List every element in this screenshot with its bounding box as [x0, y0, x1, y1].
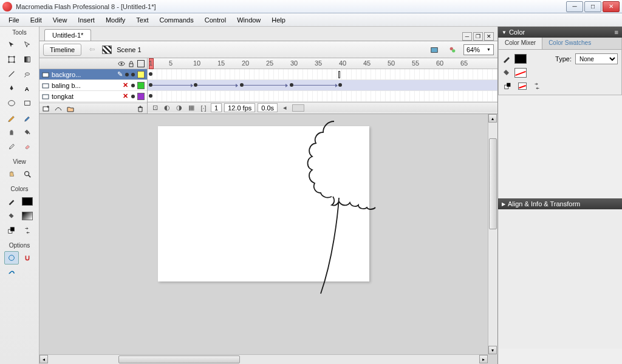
frame-row-baling[interactable] — [148, 80, 497, 91]
zoom-tool[interactable] — [20, 167, 35, 181]
fill-type-select[interactable]: None — [575, 53, 618, 64]
paint-bucket-tool[interactable] — [20, 126, 35, 139]
menu-file[interactable]: File — [4, 15, 24, 25]
modify-onion-button[interactable]: [·] — [199, 104, 208, 112]
menu-view[interactable]: View — [48, 15, 72, 25]
scene-back-button[interactable]: ⇦ — [86, 44, 97, 55]
menu-commands[interactable]: Commands — [154, 15, 198, 25]
color-mixer-tab[interactable]: Color Mixer — [499, 38, 542, 49]
close-button[interactable]: ✕ — [603, 1, 620, 12]
visibility-dot[interactable] — [125, 73, 129, 76]
menu-edit[interactable]: Edit — [26, 15, 47, 25]
scroll-up-button[interactable]: ▴ — [488, 114, 497, 123]
doc-close-button[interactable]: ✕ — [484, 32, 494, 41]
show-hide-icon[interactable] — [118, 60, 125, 67]
option-snap[interactable] — [20, 251, 35, 265]
layer-row-tongkat[interactable]: tongkat ✕ — [39, 91, 147, 102]
layer-row-baling[interactable]: baling b... ✕ — [39, 80, 147, 91]
frame-ruler[interactable]: 1 5 10 15 20 25 30 35 40 45 50 55 60 65 — [148, 58, 497, 69]
free-transform-tool[interactable] — [4, 53, 19, 66]
rectangle-tool[interactable] — [20, 96, 35, 110]
menu-window[interactable]: Window — [232, 15, 265, 25]
layer-color-swatch[interactable] — [137, 71, 145, 78]
subselection-tool[interactable] — [20, 38, 35, 52]
stage-viewport[interactable] — [39, 114, 488, 354]
ink-bottle-tool[interactable] — [4, 126, 19, 139]
hscroll-thumb[interactable] — [118, 356, 240, 363]
color-panel-header[interactable]: ▼ Color ≡ — [498, 27, 622, 38]
doc-restore-button[interactable]: ❐ — [473, 32, 483, 41]
fill-picker-icon[interactable] — [502, 69, 511, 77]
layer-color-swatch[interactable] — [137, 93, 145, 100]
stroke-color-icon[interactable] — [4, 195, 19, 208]
vscroll-thumb[interactable] — [489, 138, 497, 229]
fill-picker-swatch[interactable] — [514, 68, 527, 78]
align-panel-header[interactable]: ▶ Align & Info & Transform — [498, 198, 622, 209]
panel-menu-icon[interactable]: ≡ — [615, 29, 618, 36]
scroll-left-button[interactable]: ◂ — [280, 104, 290, 112]
stroke-picker-icon[interactable] — [502, 55, 511, 63]
text-tool[interactable]: A — [20, 82, 35, 95]
lock-dot[interactable] — [131, 95, 135, 98]
document-tab[interactable]: Untitled-1* — [44, 29, 91, 41]
pencil-tool[interactable] — [4, 111, 19, 124]
vertical-scrollbar[interactable]: ▴ ▾ — [488, 114, 497, 354]
new-guide-button[interactable] — [54, 104, 63, 113]
option-object-drawing[interactable] — [4, 251, 19, 265]
line-tool[interactable] — [4, 67, 19, 81]
menu-modify[interactable]: Modify — [101, 15, 130, 25]
new-folder-button[interactable] — [66, 104, 75, 113]
edit-symbols-button[interactable] — [445, 43, 460, 56]
new-layer-button[interactable] — [42, 104, 50, 113]
eraser-tool[interactable] — [20, 140, 35, 153]
menu-insert[interactable]: Insert — [73, 15, 100, 25]
menu-text[interactable]: Text — [131, 15, 153, 25]
no-color-mini[interactable] — [517, 81, 528, 91]
frame-scroll-thumb[interactable] — [292, 104, 304, 112]
visibility-hidden-icon[interactable]: ✕ — [121, 81, 129, 89]
timeline-toggle-button[interactable]: Timeline — [43, 44, 81, 56]
selection-tool[interactable] — [4, 38, 19, 52]
fill-color-swatch[interactable] — [20, 209, 35, 223]
outline-icon[interactable] — [137, 60, 145, 67]
lock-dot[interactable] — [131, 73, 135, 76]
scroll-left-button[interactable]: ◂ — [39, 355, 48, 363]
edit-multiple-button[interactable]: ▦ — [186, 104, 196, 112]
menu-control[interactable]: Control — [200, 15, 231, 25]
eyedropper-tool[interactable] — [4, 140, 19, 153]
swap-colors-mini[interactable] — [531, 81, 542, 91]
layer-row-background[interactable]: backgro... ✎ — [39, 69, 147, 80]
doc-minimize-button[interactable]: ─ — [462, 32, 472, 41]
fill-color-icon[interactable] — [4, 209, 19, 223]
scroll-down-button[interactable]: ▾ — [488, 346, 497, 354]
lock-icon[interactable] — [128, 60, 135, 67]
swap-colors-button[interactable] — [20, 224, 35, 237]
frame-row-tongkat[interactable] — [148, 91, 497, 102]
visibility-hidden-icon[interactable]: ✕ — [121, 92, 129, 100]
maximize-button[interactable]: □ — [584, 1, 601, 12]
oval-tool[interactable] — [4, 96, 19, 110]
lasso-tool[interactable] — [20, 67, 35, 81]
default-colors-mini[interactable] — [502, 81, 513, 91]
scroll-right-button[interactable]: ▸ — [479, 355, 488, 363]
frame-row-background[interactable] — [148, 69, 497, 80]
gradient-transform-tool[interactable] — [20, 53, 35, 66]
hand-tool[interactable] — [4, 167, 19, 181]
menu-help[interactable]: Help — [267, 15, 290, 25]
lock-dot[interactable] — [131, 84, 135, 87]
onion-outline-button[interactable]: ◑ — [174, 104, 184, 112]
pen-tool[interactable] — [4, 82, 19, 95]
delete-layer-button[interactable] — [136, 104, 145, 113]
onion-skin-button[interactable]: ◐ — [162, 104, 172, 112]
minimize-button[interactable]: ─ — [566, 1, 583, 12]
brush-tool[interactable] — [20, 111, 35, 124]
stroke-color-swatch[interactable] — [20, 195, 35, 208]
default-colors-button[interactable] — [4, 224, 19, 237]
zoom-field[interactable]: 64%▼ — [463, 44, 494, 55]
stroke-picker-swatch[interactable] — [514, 54, 527, 64]
layer-color-swatch[interactable] — [137, 82, 145, 89]
color-swatches-tab[interactable]: Color Swatches — [542, 38, 597, 49]
edit-scene-button[interactable] — [427, 43, 442, 56]
horizontal-scrollbar[interactable]: ◂ ▸ — [39, 354, 488, 364]
option-straighten[interactable] — [4, 266, 19, 279]
